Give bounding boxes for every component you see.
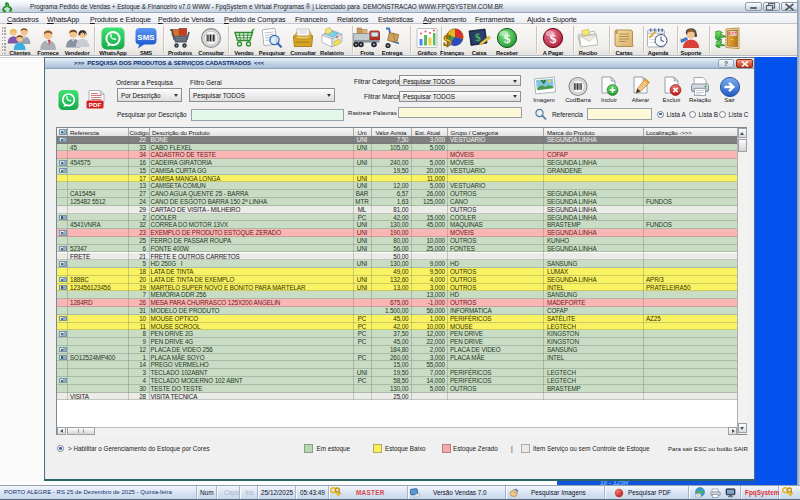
svg-text:EXIT: EXIT	[729, 32, 738, 36]
svg-text:$: $	[443, 31, 452, 50]
svg-text:$: $	[504, 30, 511, 45]
svg-text:SMS: SMS	[137, 33, 155, 42]
svg-text:PDF: PDF	[89, 101, 102, 108]
svg-text:$: $	[550, 30, 557, 45]
